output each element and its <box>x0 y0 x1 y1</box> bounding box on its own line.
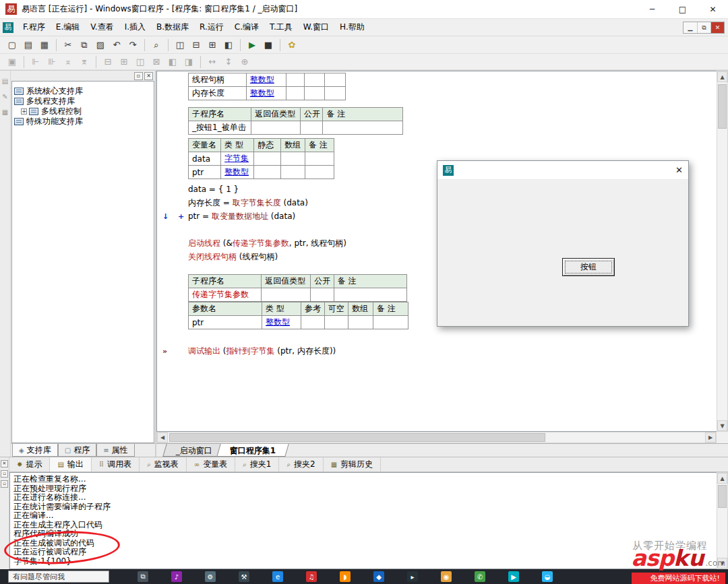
maximize-button[interactable]: □ <box>667 0 698 18</box>
redo-button[interactable]: ↷ <box>125 38 141 53</box>
window-split-vertical-button[interactable]: ⊟ <box>188 38 204 53</box>
center-horizontal-button[interactable]: ◫ <box>132 55 148 69</box>
scroll-track[interactable] <box>717 484 727 558</box>
menu-item[interactable]: T.工具 <box>264 19 298 36</box>
scroll-down-icon[interactable]: ▼ <box>717 420 727 431</box>
bottom-tab-搜夹1[interactable]: ⌕搜夹1 <box>235 457 279 472</box>
undo-button[interactable]: ↶ <box>109 38 125 53</box>
tree-item[interactable]: 特殊功能支持库 <box>14 117 152 127</box>
dock-pin-button[interactable]: ▫ <box>1 470 8 478</box>
chrome-browser-icon[interactable]: ◉ <box>441 571 452 582</box>
editor-horizontal-scrollbar[interactable]: ◀ ▶ <box>156 432 717 443</box>
menu-item[interactable]: F.程序 <box>18 19 51 36</box>
table-cell[interactable] <box>286 73 305 87</box>
menu-item[interactable]: E.编辑 <box>51 19 85 36</box>
firefox-browser-icon[interactable]: ◗ <box>340 571 351 582</box>
bottom-tab-调用表[interactable]: ⠿调用表 <box>92 457 140 472</box>
table-cell[interactable]: 传递字节集参数 <box>189 288 262 302</box>
scroll-left-icon[interactable]: ◀ <box>157 432 168 443</box>
wechat-icon[interactable]: ✆ <box>475 571 485 582</box>
table-cell[interactable]: data <box>189 152 221 166</box>
scroll-thumb[interactable] <box>718 485 727 508</box>
menu-item[interactable]: H.帮助 <box>334 19 370 36</box>
bottom-tab-变量表[interactable]: ∞变量表 <box>187 457 235 472</box>
table-cell[interactable]: 线程句柄 <box>189 73 247 87</box>
minimize-button[interactable]: ─ <box>637 0 667 18</box>
table-cell[interactable] <box>305 152 334 166</box>
music-icon[interactable]: ♫ <box>306 571 317 582</box>
new-file-button[interactable]: ▢ <box>4 38 20 53</box>
table-cell[interactable] <box>373 316 408 329</box>
video-player-icon[interactable]: ▶ <box>508 571 519 582</box>
space-vertical-button[interactable]: ↕ <box>220 55 237 69</box>
media-player-icon[interactable]: ♪ <box>171 571 182 582</box>
tree-item[interactable]: +多线程控制 <box>14 106 152 117</box>
tree-item[interactable]: 多线程支持库 <box>14 96 152 106</box>
menu-item[interactable]: W.窗口 <box>298 19 334 36</box>
window-tile-button[interactable]: ⊞ <box>204 38 220 53</box>
dev-tool-icon[interactable]: ◆ <box>373 571 384 582</box>
align-left-button[interactable]: ⊩ <box>28 55 44 69</box>
running-app-window[interactable]: 易 ✕ 按钮 <box>437 160 689 327</box>
left-tab-支持库[interactable]: ◈支持库 <box>12 444 58 457</box>
table-cell[interactable] <box>301 121 323 135</box>
menu-item[interactable]: I.插入 <box>119 19 151 36</box>
scroll-up-icon[interactable]: ▲ <box>717 71 727 82</box>
dock-grid-icon[interactable]: ▦ <box>2 108 8 116</box>
table-cell[interactable] <box>348 316 373 329</box>
type-link-cell[interactable]: 整数型 <box>246 87 286 100</box>
close-button[interactable]: ✕ <box>698 0 728 18</box>
save-button[interactable]: ▦ <box>36 38 53 53</box>
stop-button[interactable]: ■ <box>260 38 276 53</box>
table-cell[interactable]: _按钮1_被单击 <box>189 121 251 135</box>
expander-icon[interactable]: + <box>21 108 27 115</box>
type-link-cell[interactable]: 整数型 <box>221 166 254 179</box>
tools-icon[interactable]: ⚒ <box>239 571 249 582</box>
ie-browser-icon[interactable]: e <box>272 571 283 582</box>
taskbar-search-box[interactable]: 有问题尽管问我 <box>8 571 109 583</box>
align-right-button[interactable]: ⊪ <box>44 55 60 69</box>
tree-item[interactable]: 系统核心支持库 <box>14 86 152 96</box>
table-cell[interactable] <box>254 152 281 166</box>
scroll-thumb[interactable] <box>718 84 727 129</box>
dock-edit-icon[interactable]: ✎ <box>2 93 7 100</box>
table-cell[interactable] <box>325 73 346 87</box>
dock-float-button[interactable]: ▫ <box>1 480 8 488</box>
table-cell[interactable] <box>254 166 281 179</box>
open-file-button[interactable]: ▤ <box>20 38 36 53</box>
table-cell[interactable] <box>334 288 406 302</box>
mdi-close-button[interactable]: ✕ <box>710 22 724 33</box>
table-cell[interactable] <box>251 121 301 135</box>
app-button[interactable]: 按钮 <box>562 258 615 276</box>
table-cell[interactable] <box>304 73 325 87</box>
app-window-close-button[interactable]: ✕ <box>664 165 683 175</box>
editor-tab-_启动窗口[interactable]: _启动窗口 <box>162 444 225 457</box>
bottom-tab-剪辑历史[interactable]: ▦剪辑历史 <box>324 457 381 472</box>
editor-vertical-scrollbar[interactable]: ▲ ▼ <box>717 71 728 432</box>
scroll-up-icon[interactable]: ▲ <box>717 473 727 484</box>
table-cell[interactable]: ptr <box>189 166 221 179</box>
table-cell[interactable] <box>281 166 305 179</box>
type-link-cell[interactable]: 字节集 <box>221 152 254 166</box>
search-button[interactable]: ⌕ <box>148 38 164 53</box>
send-to-back-button[interactable]: ◨ <box>181 55 197 69</box>
copy-button[interactable]: ⧉ <box>76 38 92 53</box>
type-link-cell[interactable]: 整数型 <box>262 316 301 329</box>
table-cell[interactable] <box>324 316 348 329</box>
cut-button[interactable]: ✂ <box>60 38 76 53</box>
dock-library-icon[interactable]: ▤ <box>2 77 8 85</box>
window-split-horizontal-button[interactable]: ◫ <box>172 38 188 53</box>
left-tab-程序[interactable]: ▢程序 <box>58 444 96 457</box>
table-cell[interactable] <box>286 87 305 100</box>
table-cell[interactable]: 内存长度 <box>189 87 247 100</box>
bottom-tab-搜夹2[interactable]: ⌕搜夹2 <box>279 457 323 472</box>
type-link-cell[interactable]: 整数型 <box>246 73 286 87</box>
menu-item[interactable]: C.编译 <box>229 19 264 36</box>
table-cell[interactable] <box>311 288 334 302</box>
bottom-tab-提示[interactable]: ✸提示 <box>9 457 50 472</box>
panel-close-button[interactable]: ✕ <box>144 72 153 80</box>
run-button[interactable]: ▶ <box>244 38 260 53</box>
task-view-icon[interactable]: ⧉ <box>138 571 148 582</box>
form-designer-button[interactable]: ▣ <box>4 55 20 69</box>
menu-item[interactable]: B.数据库 <box>151 19 194 36</box>
